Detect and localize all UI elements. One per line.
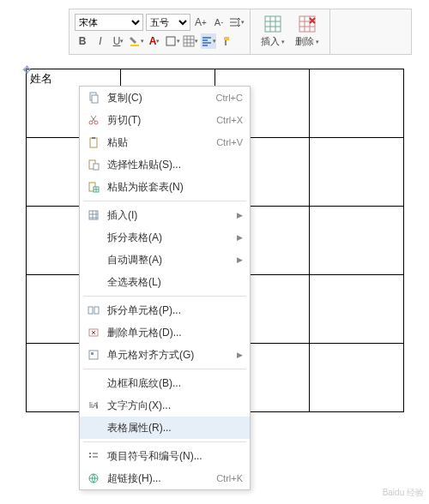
svg-rect-3 xyxy=(265,16,281,32)
paste-nested-icon xyxy=(85,181,102,193)
borders-icon[interactable]: ▾ xyxy=(165,33,180,49)
svg-rect-4 xyxy=(299,16,315,32)
menu-label: 剪切(T) xyxy=(102,113,216,128)
insert-menu-icon xyxy=(85,209,102,221)
menu-label: 拆分单元格(P)... xyxy=(102,303,243,318)
svg-rect-0 xyxy=(130,45,139,46)
font-name-select[interactable]: 宋体 xyxy=(75,14,143,31)
paste-special-icon xyxy=(85,159,102,171)
menu-split-table[interactable]: 拆分表格(A) ▶ xyxy=(80,226,250,249)
delete-button[interactable]: 删除▾ xyxy=(290,13,324,51)
menu-label: 删除单元格(D)... xyxy=(102,326,243,340)
submenu-arrow-icon: ▶ xyxy=(237,211,243,219)
alignment-icon[interactable]: ▾ xyxy=(201,33,216,49)
menu-paste[interactable]: 粘贴 Ctrl+V xyxy=(80,131,250,153)
increase-font-icon[interactable]: A+ xyxy=(193,15,208,30)
svg-rect-9 xyxy=(90,138,97,147)
hyperlink-icon xyxy=(85,472,102,484)
menu-shortcut: Ctrl+X xyxy=(216,115,243,125)
menu-text-direction[interactable]: liA 文字方向(X)... xyxy=(80,394,250,417)
delete-label: 删除 xyxy=(295,35,314,48)
svg-rect-20 xyxy=(91,352,94,355)
italic-icon[interactable]: I xyxy=(93,33,108,49)
context-menu: 复制(C) Ctrl+C 剪切(T) Ctrl+X 粘贴 Ctrl+V 选择性粘… xyxy=(79,86,251,490)
menu-shortcut: Ctrl+C xyxy=(216,93,243,103)
decrease-font-icon[interactable]: A- xyxy=(211,15,227,30)
svg-rect-17 xyxy=(94,307,99,314)
svg-rect-16 xyxy=(88,307,93,314)
svg-point-22 xyxy=(89,453,91,454)
paste-icon xyxy=(85,136,102,148)
menu-label: 边框和底纹(B)... xyxy=(102,376,243,391)
menu-label: 文字方向(X)... xyxy=(102,399,243,413)
menu-label: 表格属性(R)... xyxy=(102,421,243,435)
menu-shortcut: Ctrl+K xyxy=(216,473,243,483)
menu-cell-align[interactable]: 单元格对齐方式(G) ▶ xyxy=(80,344,250,366)
table-cell[interactable] xyxy=(310,69,404,138)
menu-split-cells[interactable]: 拆分单元格(P)... xyxy=(80,299,250,321)
highlight-color-icon[interactable]: ▾ xyxy=(129,33,144,49)
menu-select-all[interactable]: 全选表格(L) xyxy=(80,271,250,293)
copy-icon xyxy=(85,92,102,104)
underline-icon[interactable]: U▾ xyxy=(111,33,126,49)
insert-label: 插入 xyxy=(261,35,280,48)
menu-label: 拆分表格(A) xyxy=(102,231,237,245)
delete-cells-icon xyxy=(85,327,102,339)
line-spacing-icon[interactable]: ▾ xyxy=(229,15,245,30)
submenu-arrow-icon: ▶ xyxy=(237,233,243,242)
menu-label: 选择性粘贴(S)... xyxy=(102,158,243,172)
cut-icon xyxy=(85,114,102,126)
svg-rect-6 xyxy=(92,95,98,103)
bullets-icon xyxy=(85,450,102,462)
menu-borders[interactable]: 边框和底纹(B)... xyxy=(80,372,250,394)
cell-align-icon xyxy=(85,349,102,361)
svg-rect-1 xyxy=(166,37,175,45)
submenu-arrow-icon: ▶ xyxy=(237,351,243,359)
menu-auto-fit[interactable]: 自动调整(A) ▶ xyxy=(80,249,250,271)
text-direction-icon: liA xyxy=(85,399,102,411)
menu-label: 复制(C) xyxy=(102,91,216,105)
submenu-arrow-icon: ▶ xyxy=(237,255,243,264)
menu-paste-nested[interactable]: 粘贴为嵌套表(N) xyxy=(80,176,250,198)
menu-table-properties[interactable]: 表格属性(R)... xyxy=(80,417,250,439)
menu-label: 项目符号和编号(N)... xyxy=(102,449,243,464)
menu-delete-cells[interactable]: 删除单元格(D)... xyxy=(80,321,250,344)
insert-button[interactable]: 插入▾ xyxy=(256,13,290,51)
menu-shortcut: Ctrl+V xyxy=(216,137,243,147)
menu-bullets[interactable]: 项目符号和编号(N)... xyxy=(80,445,250,467)
split-cells-icon xyxy=(85,304,102,316)
insert-table-icon[interactable]: ▾ xyxy=(183,33,198,49)
menu-label: 插入(I) xyxy=(102,208,237,223)
formatting-toolbar: 宋体 五号 A+ A- ▾ B I U▾ ▾ A▾ ▾ xyxy=(69,9,412,55)
menu-label: 全选表格(L) xyxy=(102,275,243,290)
font-size-select[interactable]: 五号 xyxy=(146,14,190,31)
menu-label: 自动调整(A) xyxy=(102,253,237,267)
bold-icon[interactable]: B xyxy=(75,33,90,49)
table-move-handle-icon[interactable]: ✥ xyxy=(22,63,32,76)
font-color-icon[interactable]: A▾ xyxy=(147,33,162,49)
watermark: Baidu 经验 xyxy=(383,487,424,499)
menu-hyperlink[interactable]: 超链接(H)... Ctrl+K xyxy=(80,467,250,489)
menu-label: 超链接(H)... xyxy=(102,471,216,486)
cell-text: 姓名 xyxy=(30,72,52,85)
menu-paste-special[interactable]: 选择性粘贴(S)... xyxy=(80,153,250,176)
menu-label: 粘贴为嵌套表(N) xyxy=(102,180,243,195)
svg-rect-10 xyxy=(92,137,95,139)
svg-point-23 xyxy=(89,456,91,458)
svg-rect-2 xyxy=(184,36,194,46)
menu-copy[interactable]: 复制(C) Ctrl+C xyxy=(80,87,250,109)
svg-rect-12 xyxy=(94,164,99,170)
menu-label: 单元格对齐方式(G) xyxy=(102,348,237,363)
menu-cut[interactable]: 剪切(T) Ctrl+X xyxy=(80,109,250,131)
format-painter-icon[interactable] xyxy=(219,33,234,49)
menu-label: 粘贴 xyxy=(102,135,216,150)
menu-insert[interactable]: 插入(I) ▶ xyxy=(80,204,250,226)
